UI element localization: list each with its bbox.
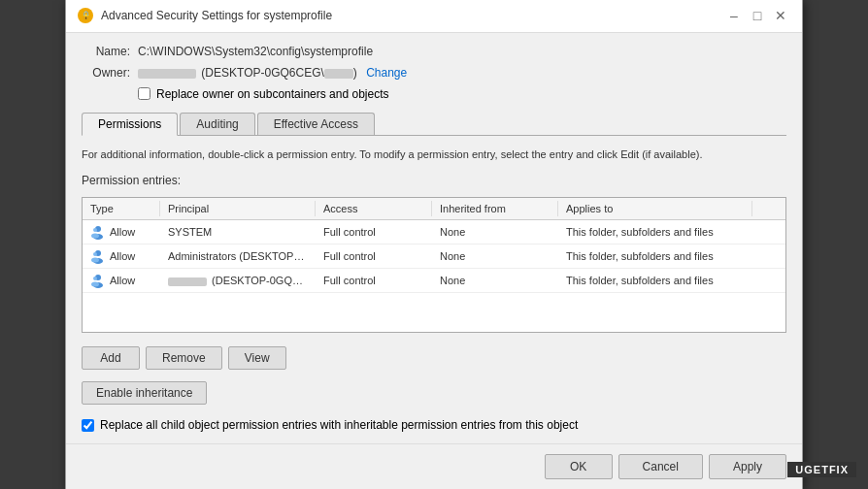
tab-permissions[interactable]: Permissions [82,113,178,136]
enable-inheritance-button[interactable]: Enable inheritance [82,381,207,405]
row1-inherited: None [432,224,558,240]
row2-principal: Administrators (DESKTOP-0G... [160,248,316,264]
name-value: C:\WINDOWS\System32\config\systemprofile [138,45,786,58]
svg-point-2 [93,228,97,232]
dialog-footer: OK Cancel Apply [66,443,802,489]
owner-text: (DESKTOP-0GQ6CEG\) [201,66,356,80]
owner-value: (DESKTOP-0GQ6CEG\) Change [138,66,786,80]
name-label: Name: [82,45,130,58]
user-icon-2 [90,248,106,264]
replace-all-checkbox[interactable] [82,419,94,432]
close-button[interactable]: ✕ [771,6,790,25]
dialog-icon: 🔒 [78,8,93,23]
row2-access: Full control [316,248,432,264]
permissions-table: Type Principal Access Inherited from App… [82,197,786,333]
col-type: Type [83,201,160,216]
row3-type: Allow [83,271,160,290]
svg-point-3 [91,234,99,239]
minimize-button[interactable]: – [724,6,744,25]
add-button[interactable]: Add [82,346,140,370]
user-icon-3 [90,273,106,288]
table-row[interactable]: Allow Administrators (DESKTOP-0G... Full… [83,244,785,269]
table-header: Type Principal Access Inherited from App… [83,198,785,220]
svg-point-10 [93,277,97,280]
svg-point-11 [91,282,99,287]
row1-type: Allow [83,222,160,242]
action-buttons: Add Remove View [82,346,786,370]
col-applies: Applies to [558,201,752,216]
row3-principal: (DESKTOP-0GQ6CEG\... [160,273,316,288]
row2-applies: This folder, subfolders and files [558,248,752,264]
tab-bar: Permissions Auditing Effective Access [82,113,786,136]
svg-point-7 [91,258,99,263]
info-text: For additional information, double-click… [82,147,786,162]
row3-access: Full control [316,273,432,288]
dialog-body: Name: C:\WINDOWS\System32\config\systemp… [66,33,802,443]
row1-applies: This folder, subfolders and files [558,224,752,240]
row3-applies: This folder, subfolders and files [558,273,752,288]
cancel-button[interactable]: Cancel [618,454,703,479]
name-row: Name: C:\WINDOWS\System32\config\systemp… [82,45,786,58]
table-row[interactable]: Allow (DESKTOP-0GQ6CEG\... Full control … [83,269,785,293]
row3-inherited: None [432,273,558,288]
row2-type: Allow [83,246,160,266]
svg-point-6 [93,252,97,256]
title-controls: – □ ✕ [724,6,790,25]
col-principal: Principal [160,201,316,216]
col-inherited: Inherited from [432,201,558,216]
tab-effective-access[interactable]: Effective Access [257,113,375,135]
replace-all-label: Replace all child object permission entr… [100,418,578,432]
remove-button[interactable]: Remove [146,346,222,370]
title-bar-left: 🔒 Advanced Security Settings for systemp… [78,8,332,23]
tab-auditing[interactable]: Auditing [180,113,254,135]
replace-owner-checkbox[interactable] [138,87,150,100]
view-button[interactable]: View [228,346,286,370]
apply-button[interactable]: Apply [709,454,786,479]
owner-row: Owner: (DESKTOP-0GQ6CEG\) Change [82,66,786,80]
dialog-title: Advanced Security Settings for systempro… [101,9,332,22]
ok-button[interactable]: OK [545,454,613,479]
replace-owner-label: Replace owner on subcontainers and objec… [156,87,388,101]
watermark: UGETFIX [787,462,856,477]
perm-entries-label: Permission entries: [82,174,786,187]
maximize-button[interactable]: □ [748,6,767,25]
owner-label: Owner: [82,66,130,80]
row2-inherited: None [432,248,558,264]
replace-owner-row: Replace owner on subcontainers and objec… [138,87,786,101]
title-bar: 🔒 Advanced Security Settings for systemp… [66,0,802,33]
table-empty-space [83,293,785,332]
change-link[interactable]: Change [366,66,407,80]
row1-principal: SYSTEM [160,224,316,240]
col-access: Access [316,201,432,216]
row1-access: Full control [316,224,432,240]
table-row[interactable]: Allow SYSTEM Full control None This fold… [83,220,785,244]
user-icon-1 [90,224,106,240]
advanced-security-dialog: 🔒 Advanced Security Settings for systemp… [65,0,803,489]
replace-all-row: Replace all child object permission entr… [82,418,786,432]
